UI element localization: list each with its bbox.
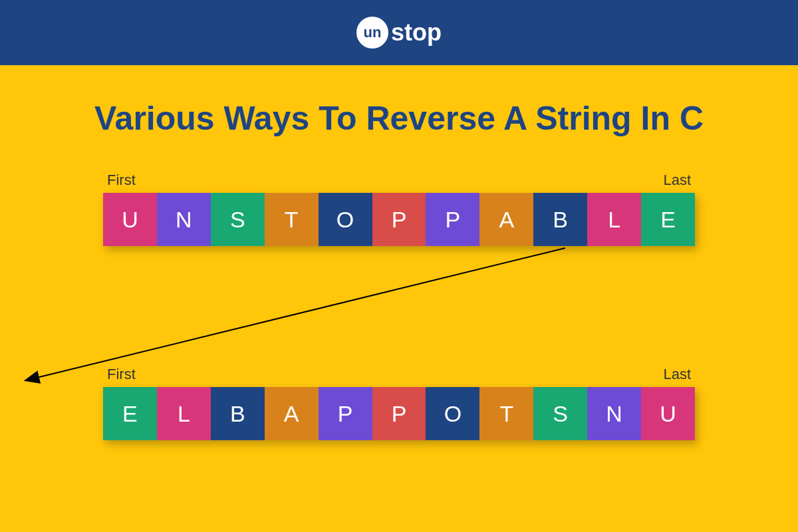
cell-t-3: T (265, 193, 319, 246)
logo-circle: un (356, 17, 388, 49)
row2-wrapper: First Last ELBAPPOTSNU (103, 366, 695, 440)
cell-a-7: A (479, 193, 533, 246)
cell-s-2: S (211, 193, 265, 246)
cell-l-1: L (157, 387, 211, 440)
row2-labels: First Last (103, 366, 695, 383)
cell-u-10: U (641, 387, 695, 440)
cell-o-6: O (426, 387, 479, 440)
cell-e-10: E (641, 193, 695, 246)
cell-p-6: P (426, 193, 479, 246)
cell-b-2: B (211, 387, 265, 440)
string-row-reversed: ELBAPPOTSNU (103, 387, 695, 440)
logo: un stop (356, 17, 442, 49)
page-title: Various Ways To Reverse A String In C (0, 98, 798, 138)
svg-line-1 (37, 248, 565, 378)
cell-p-5: P (372, 387, 426, 440)
cell-n-1: N (157, 193, 211, 246)
cell-s-8: S (533, 387, 587, 440)
logo-right-text: stop (391, 19, 442, 47)
row1-wrapper: First Last UNSTOPPABLE (103, 172, 695, 246)
row1-first-label: First (107, 172, 136, 189)
cell-b-8: B (533, 193, 587, 246)
row2-first-label: First (107, 366, 136, 383)
cell-u-0: U (103, 193, 157, 246)
row1-last-label: Last (663, 172, 691, 189)
cell-n-9: N (587, 387, 641, 440)
cell-e-0: E (103, 387, 157, 440)
row2-last-label: Last (663, 366, 691, 383)
diagram-container: First Last UNSTOPPABLE First Last ELBAPP… (0, 172, 798, 440)
logo-left-text: un (364, 24, 382, 41)
cell-p-5: P (372, 193, 426, 246)
string-row-original: UNSTOPPABLE (103, 193, 695, 246)
cell-l-9: L (587, 193, 641, 246)
cell-p-4: P (319, 387, 372, 440)
cell-o-4: O (319, 193, 372, 246)
cell-a-3: A (265, 387, 319, 440)
cell-t-7: T (479, 387, 533, 440)
row1-labels: First Last (103, 172, 695, 189)
header-bar: un stop (0, 0, 798, 65)
